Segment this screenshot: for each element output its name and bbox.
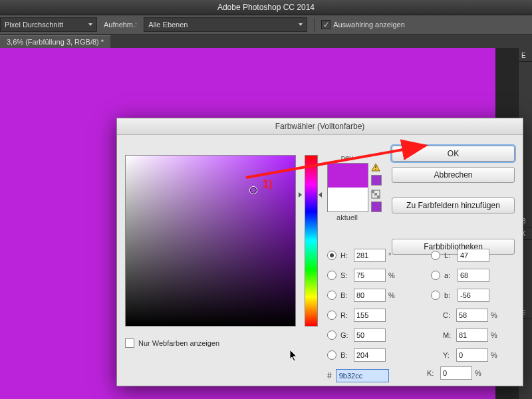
color-picker-dialog: Farbwähler (Volltonfarbe) neu aktuell [116,118,523,386]
label-h: H: [340,251,354,259]
add-to-swatches-label: Zu Farbfeldern hinzufügen [406,201,500,210]
add-to-swatches-button[interactable]: Zu Farbfeldern hinzufügen [392,198,515,213]
app-titlebar: Adobe Photoshop CC 2014 [0,0,532,15]
ok-button[interactable]: OK [392,146,515,162]
websafe-swatch[interactable] [371,201,382,212]
panel-header-1-label: E [521,52,526,59]
gamut-swatch[interactable] [371,175,382,186]
unit-y: % [491,351,500,359]
input-c[interactable] [456,309,488,322]
label-b-hsb: B: [340,291,354,299]
editor-area: E B K E Farbwähler (Volltonfarbe) neu [0,48,532,399]
input-m[interactable] [456,329,488,342]
ok-button-label: OK [448,149,459,158]
input-s[interactable] [354,269,386,282]
document-tabstrip: 3,6% (Farbfüllung 3, RGB/8) * [0,35,532,48]
unit-m: % [491,331,500,339]
unit-k: % [475,369,484,377]
label-k: K: [427,369,440,377]
sample-size-select[interactable]: Pixel Durchschnitt [0,17,97,32]
web-colors-only-label: Nur Webfarben anzeigen [138,339,219,347]
label-y: Y: [443,351,456,359]
checkbox-icon [125,338,134,348]
hue-slider[interactable] [305,155,318,327]
show-sampling-ring-label: Auswahlring anzeigen [333,21,405,29]
svg-rect-5 [374,193,377,196]
label-l: L: [444,251,458,259]
label-c: C: [443,311,456,319]
label-g: G: [340,331,354,339]
new-label: neu [327,154,367,162]
sample-layers-label: Aufnehm.: [104,21,137,29]
color-preview [327,163,368,212]
input-y[interactable] [456,348,488,362]
current-label: aktuell [327,213,367,221]
input-b-hsb[interactable] [354,289,386,302]
hex-row: # [327,369,389,382]
radio-a[interactable] [431,271,440,280]
sb-cursor[interactable] [249,186,257,194]
label-bl: B: [340,351,354,359]
document-tab[interactable]: 3,6% (Farbfüllung 3, RGB/8) * [0,35,110,48]
numeric-fields: H: ° L: S: % [327,247,501,366]
unit-h: ° [388,251,398,259]
hex-label: # [327,371,332,380]
unit-c: % [491,311,500,319]
show-sampling-ring-checkbox[interactable]: Auswahlring anzeigen [321,20,405,29]
input-h[interactable] [354,249,386,262]
panel-header-1[interactable]: E [519,49,532,62]
hue-arrow-left-icon [299,192,302,198]
svg-marker-9 [290,350,297,361]
input-b-lab[interactable] [458,289,489,302]
label-r: R: [340,311,354,319]
svg-rect-2 [375,169,376,170]
sample-layers-select[interactable]: Alle Ebenen [144,17,307,32]
swatch-new [328,164,368,188]
sample-size-value: Pixel Durchschnitt [5,21,63,29]
document-tab-label: 3,6% (Farbfüllung 3, RGB/8) * [7,38,104,46]
gamut-warning-icon[interactable] [371,163,380,172]
websafe-warning-icon[interactable] [371,190,380,199]
input-bl[interactable] [354,348,386,362]
label-s: S: [340,271,354,279]
label-a: a: [444,271,458,279]
svg-rect-1 [375,166,376,168]
input-g[interactable] [354,329,386,342]
dialog-buttons: OK Abbrechen Zu Farbfeldern hinzufügen F… [392,146,515,255]
app-title: Adobe Photoshop CC 2014 [217,3,315,12]
input-a[interactable] [458,269,489,282]
hue-arrow-right-icon [319,192,322,198]
sample-layers-value: Alle Ebenen [148,21,188,29]
label-b-lab: b: [444,291,458,299]
cancel-button-label: Abbrechen [434,170,472,180]
input-l[interactable] [458,249,489,262]
radio-blab[interactable] [431,291,440,300]
hex-input[interactable] [336,369,389,382]
options-bar: Pixel Durchschnitt Aufnehm.: Alle Ebenen… [0,15,532,35]
input-k[interactable] [440,366,472,380]
svg-rect-4 [372,190,374,193]
radio-r[interactable] [327,311,336,320]
radio-s[interactable] [327,271,336,280]
check-icon [321,20,331,29]
mouse-cursor-icon [290,350,298,362]
dialog-title-text: Farbwähler (Volltonfarbe) [275,122,365,131]
radio-b[interactable] [327,291,336,300]
unit-b-hsb: % [388,291,398,299]
label-m: M: [443,331,456,339]
annotation-number: 1) [263,178,272,190]
swatch-current [328,188,368,211]
radio-g[interactable] [327,331,336,340]
radio-bl[interactable] [327,350,336,360]
dialog-title: Farbwähler (Volltonfarbe) [117,118,523,135]
input-r[interactable] [354,309,386,322]
cancel-button[interactable]: Abbrechen [392,167,515,183]
radio-h[interactable] [327,251,336,260]
svg-rect-6 [377,196,380,198]
radio-l[interactable] [431,251,440,260]
unit-s: % [388,271,398,279]
web-colors-only-checkbox[interactable]: Nur Webfarben anzeigen [125,338,219,348]
